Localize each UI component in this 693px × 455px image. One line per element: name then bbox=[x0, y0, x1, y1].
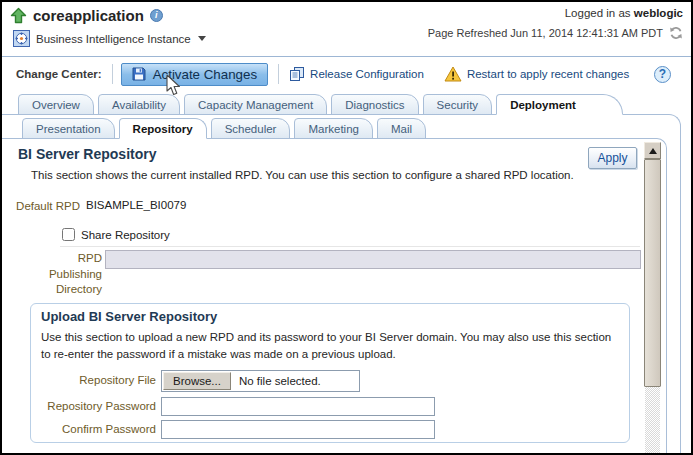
tab-security[interactable]: Security bbox=[423, 94, 493, 115]
tab-diagnostics[interactable]: Diagnostics bbox=[331, 94, 418, 115]
release-configuration-link[interactable]: Release Configuration bbox=[289, 67, 424, 82]
section-title: BI Server Repository bbox=[18, 146, 157, 162]
apply-button[interactable]: Apply bbox=[588, 147, 637, 169]
scrollbar-track[interactable] bbox=[645, 387, 660, 453]
scroll-up-arrow-icon bbox=[649, 148, 657, 154]
tab-scheduler[interactable]: Scheduler bbox=[211, 118, 291, 139]
file-status-text: No file selected. bbox=[239, 375, 321, 387]
instance-menu[interactable]: Business Intelligence Instance bbox=[13, 30, 206, 47]
browse-button[interactable]: Browse... bbox=[163, 372, 231, 390]
section-description: This section shows the current installed… bbox=[31, 169, 606, 181]
release-configuration-icon bbox=[289, 67, 305, 82]
change-center-bar: Change Center: Activate Changes bbox=[2, 56, 691, 91]
scroll-up-button[interactable] bbox=[644, 142, 661, 159]
vertical-scrollbar bbox=[644, 142, 661, 453]
confirm-password-label: Confirm Password bbox=[31, 423, 156, 435]
instance-menu-label: Business Intelligence Instance bbox=[36, 33, 191, 45]
share-repository-label: Share Repository bbox=[81, 229, 170, 241]
tab-deployment[interactable]: Deployment bbox=[496, 94, 623, 115]
change-center-label: Change Center: bbox=[16, 68, 102, 80]
chevron-down-icon bbox=[198, 36, 206, 41]
rpd-publishing-directory-label: RPD Publishing Directory bbox=[34, 251, 102, 298]
up-arrow-icon bbox=[10, 7, 27, 24]
info-icon[interactable]: i bbox=[150, 9, 163, 22]
tab-presentation[interactable]: Presentation bbox=[22, 118, 115, 139]
upload-repository-box: Upload BI Server Repository Use this sec… bbox=[30, 303, 630, 443]
repository-file-label: Repository File bbox=[31, 374, 156, 386]
tab-repository[interactable]: Repository bbox=[119, 118, 207, 139]
bi-instance-icon bbox=[13, 30, 30, 47]
upload-section-title: Upload BI Server Repository bbox=[41, 309, 217, 324]
refresh-icon[interactable] bbox=[669, 26, 683, 40]
rpd-publishing-directory-field bbox=[105, 250, 641, 269]
page-title: coreapplication bbox=[33, 7, 144, 24]
separator bbox=[278, 64, 279, 84]
default-rpd-value: BISAMPLE_BI0079 bbox=[86, 199, 186, 211]
logged-in-text: Logged in as weblogic bbox=[428, 7, 683, 19]
username: weblogic bbox=[634, 7, 683, 19]
share-repository-row: Share Repository bbox=[62, 228, 170, 241]
row-divider bbox=[60, 246, 640, 247]
tab-mail[interactable]: Mail bbox=[377, 118, 426, 139]
scrollbar-thumb[interactable] bbox=[644, 159, 661, 387]
tab-availability[interactable]: Availability bbox=[98, 94, 180, 115]
save-icon bbox=[132, 67, 146, 81]
page-refreshed-text: Page Refreshed Jun 11, 2014 12:41:31 AM … bbox=[428, 27, 663, 39]
repository-password-label: Repository Password bbox=[31, 400, 156, 412]
default-rpd-label: Default RPD bbox=[16, 199, 80, 215]
separator bbox=[112, 64, 113, 84]
repository-panel: BI Server Repository Apply This section … bbox=[2, 139, 644, 453]
upload-section-description: Use this section to upload a new RPD and… bbox=[41, 329, 623, 362]
app-window: coreapplication i Business Intelligence … bbox=[2, 2, 691, 453]
primary-tab-bar: Overview Availability Capacity Managemen… bbox=[2, 91, 642, 115]
activate-changes-button[interactable]: Activate Changes bbox=[121, 63, 268, 86]
tab-capacity-management[interactable]: Capacity Management bbox=[184, 94, 327, 115]
help-icon[interactable]: ? bbox=[654, 66, 671, 83]
page-header: coreapplication i Business Intelligence … bbox=[2, 2, 691, 56]
share-repository-checkbox[interactable] bbox=[62, 228, 75, 241]
repository-file-input: Browse... No file selected. bbox=[161, 370, 360, 392]
secondary-tab-bar: Presentation Repository Scheduler Market… bbox=[2, 115, 612, 139]
tab-marketing[interactable]: Marketing bbox=[294, 118, 373, 139]
repository-password-field[interactable] bbox=[161, 397, 435, 416]
confirm-password-field[interactable] bbox=[161, 420, 435, 439]
tab-overview[interactable]: Overview bbox=[18, 94, 94, 115]
restart-notice: Restart to apply recent changes bbox=[444, 66, 629, 82]
warning-icon bbox=[444, 66, 462, 82]
